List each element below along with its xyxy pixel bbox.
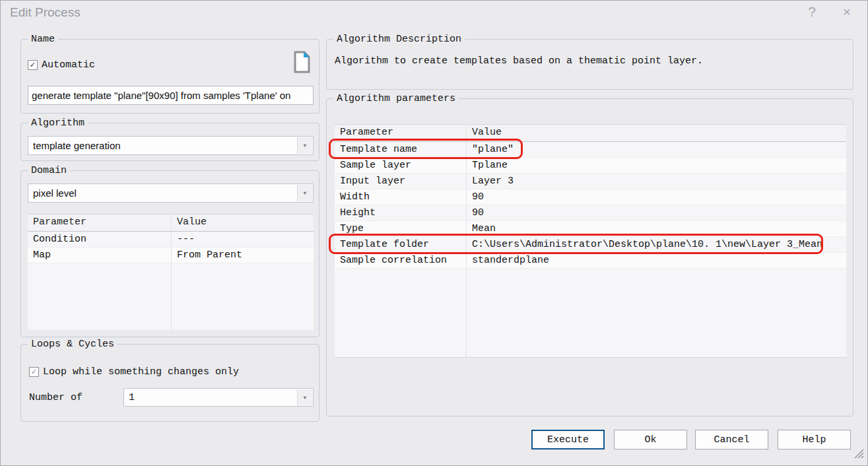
algorithm-description-group: Algorithm Description Algorithm to creat… bbox=[326, 39, 853, 90]
value-cell[interactable]: Tplane bbox=[467, 158, 846, 173]
table-header: Parameter Value bbox=[335, 125, 846, 142]
execute-button[interactable]: Execute bbox=[531, 430, 605, 449]
table-row-width[interactable]: Width 90 bbox=[335, 189, 846, 205]
table-row-type[interactable]: Type Mean bbox=[335, 221, 846, 237]
cancel-button[interactable]: Cancel bbox=[695, 430, 768, 449]
algorithm-parameters-table: Parameter Value Template name ″plane″ Sa… bbox=[335, 124, 846, 358]
empty-value-column bbox=[467, 269, 846, 357]
automatic-checkbox[interactable]: ✓ bbox=[28, 60, 38, 70]
domain-dropdown[interactable]: pixel level ▼ bbox=[28, 183, 314, 203]
param-cell: Input layer bbox=[335, 174, 467, 189]
chevron-down-icon: ▼ bbox=[297, 185, 312, 201]
edit-process-dialog: Edit Process ? × Name ✓ Automatic Algori… bbox=[0, 0, 868, 466]
value-cell[interactable]: Layer 3 bbox=[467, 174, 846, 189]
automatic-checkbox-label: Automatic bbox=[42, 59, 95, 71]
loop-checkbox-row: ✓ Loop while something changes only bbox=[29, 366, 239, 378]
chevron-down-icon: ▼ bbox=[297, 389, 312, 405]
domain-group-label: Domain bbox=[28, 164, 70, 177]
param-cell: Type bbox=[335, 221, 467, 236]
param-cell: Condition bbox=[28, 232, 172, 247]
table-row[interactable]: Map From Parent bbox=[28, 248, 314, 263]
table-row-template-name[interactable]: Template name ″plane″ bbox=[335, 142, 846, 158]
value-cell[interactable]: Mean bbox=[467, 221, 846, 236]
value-cell[interactable]: C:\Users\Administrator\Desktop\plane\10.… bbox=[467, 237, 846, 252]
value-cell[interactable]: ″plane″ bbox=[467, 142, 846, 157]
name-group-label: Name bbox=[28, 33, 58, 46]
table-row-template-folder[interactable]: Template folder C:\Users\Administrator\D… bbox=[335, 237, 846, 253]
column-header-value: Value bbox=[172, 215, 314, 231]
table-empty-area bbox=[28, 263, 314, 330]
table-row[interactable]: Condition --- bbox=[28, 232, 314, 248]
empty-param-column bbox=[335, 269, 467, 357]
number-of-value: 1 bbox=[129, 392, 135, 403]
algorithm-group: Algorithm template generation ▼ bbox=[20, 123, 319, 161]
help-button[interactable]: Help bbox=[778, 430, 851, 449]
algorithm-selected-value: template generation bbox=[33, 140, 121, 151]
param-cell: Template folder bbox=[335, 237, 467, 252]
loop-while-changes-checkbox[interactable]: ✓ bbox=[29, 367, 39, 377]
column-header-parameter: Parameter bbox=[335, 125, 467, 141]
loop-checkbox-label: Loop while something changes only bbox=[43, 366, 239, 378]
domain-selected-value: pixel level bbox=[33, 187, 77, 199]
algorithm-dropdown[interactable]: template generation ▼ bbox=[28, 136, 314, 155]
resize-grip[interactable] bbox=[854, 449, 864, 462]
empty-value-column bbox=[172, 263, 314, 330]
table-empty-area bbox=[335, 269, 846, 357]
param-cell: Sample layer bbox=[335, 158, 467, 173]
check-icon: ✓ bbox=[30, 61, 36, 69]
table-row-sample-layer[interactable]: Sample layer Tplane bbox=[335, 158, 846, 174]
param-cell: Width bbox=[335, 189, 467, 205]
table-header: Parameter Value bbox=[28, 215, 314, 232]
param-cell: Map bbox=[28, 248, 172, 263]
process-name-input[interactable] bbox=[28, 86, 314, 105]
algorithm-description-text: Algorithm to create templates based on a… bbox=[335, 55, 703, 67]
algorithm-parameters-group: Algorithm parameters Parameter Value Tem… bbox=[326, 98, 853, 416]
parameters-group-label: Algorithm parameters bbox=[333, 92, 459, 105]
loops-group-label: Loops & Cycles bbox=[28, 338, 117, 350]
value-cell[interactable]: 90 bbox=[467, 189, 846, 205]
name-group: Name ✓ Automatic bbox=[20, 39, 319, 114]
close-icon[interactable]: × bbox=[838, 4, 856, 20]
column-header-value: Value bbox=[467, 125, 846, 141]
loops-cycles-group: Loops & Cycles ✓ Loop while something ch… bbox=[20, 344, 319, 422]
page-title: Edit Process bbox=[10, 5, 81, 20]
value-cell[interactable]: From Parent bbox=[172, 248, 314, 263]
chevron-down-icon: ▼ bbox=[297, 137, 312, 154]
value-cell[interactable]: 90 bbox=[467, 205, 846, 220]
param-cell: Height bbox=[335, 205, 467, 220]
number-of-label: Number of bbox=[29, 392, 83, 403]
description-group-label: Algorithm Description bbox=[333, 33, 465, 46]
table-row-sample-correlation[interactable]: Sample correlation standerdplane bbox=[335, 253, 846, 269]
table-row-height[interactable]: Height 90 bbox=[335, 205, 846, 221]
check-icon: ✓ bbox=[32, 368, 37, 376]
value-cell[interactable]: standerdplane bbox=[467, 253, 846, 268]
table-row-input-layer[interactable]: Input layer Layer 3 bbox=[335, 174, 846, 189]
param-cell: Template name bbox=[335, 142, 467, 157]
automatic-checkbox-row: ✓ Automatic bbox=[28, 59, 95, 71]
empty-param-column bbox=[28, 263, 172, 330]
algorithm-group-label: Algorithm bbox=[28, 117, 88, 129]
column-header-parameter: Parameter bbox=[28, 215, 172, 231]
new-document-icon bbox=[293, 51, 311, 77]
domain-parameter-table: Parameter Value Condition --- Map From P… bbox=[28, 214, 314, 330]
value-cell[interactable]: --- bbox=[172, 232, 314, 247]
domain-group: Domain pixel level ▼ Parameter Value Con… bbox=[20, 170, 319, 337]
ok-button[interactable]: Ok bbox=[614, 430, 687, 449]
dialog-help-icon[interactable]: ? bbox=[803, 4, 821, 20]
number-of-dropdown[interactable]: 1 ▼ bbox=[123, 388, 314, 407]
param-cell: Sample correlation bbox=[335, 253, 467, 268]
